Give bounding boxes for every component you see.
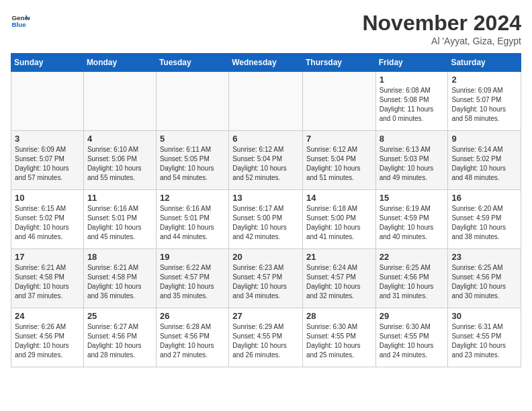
day-number: 25 [87, 311, 152, 321]
day-info: Sunrise: 6:11 AM Sunset: 5:05 PM Dayligh… [160, 145, 225, 183]
calendar-cell: 23Sunrise: 6:25 AM Sunset: 4:56 PM Dayli… [448, 249, 521, 308]
title-area: November 2024 Al 'Ayyat, Giza, Egypt [362, 11, 521, 46]
day-info: Sunrise: 6:22 AM Sunset: 4:57 PM Dayligh… [160, 263, 225, 301]
month-title: November 2024 [362, 11, 521, 36]
day-info: Sunrise: 6:25 AM Sunset: 4:56 PM Dayligh… [451, 263, 517, 301]
day-info: Sunrise: 6:28 AM Sunset: 4:56 PM Dayligh… [160, 322, 225, 360]
day-number: 9 [451, 134, 517, 144]
weekday-header-thursday: Thursday [302, 54, 375, 72]
day-info: Sunrise: 6:24 AM Sunset: 4:57 PM Dayligh… [306, 263, 372, 301]
calendar-week-row: 10Sunrise: 6:15 AM Sunset: 5:02 PM Dayli… [11, 190, 521, 249]
calendar-cell [156, 72, 228, 131]
day-number: 20 [232, 252, 299, 262]
calendar-cell [11, 72, 84, 131]
day-number: 5 [160, 134, 225, 144]
calendar-cell: 17Sunrise: 6:21 AM Sunset: 4:58 PM Dayli… [11, 249, 84, 308]
day-number: 16 [451, 193, 517, 203]
day-info: Sunrise: 6:23 AM Sunset: 4:57 PM Dayligh… [232, 263, 299, 301]
day-info: Sunrise: 6:10 AM Sunset: 5:06 PM Dayligh… [87, 145, 152, 183]
logo: General Blue [11, 11, 30, 30]
weekday-header-tuesday: Tuesday [156, 54, 228, 72]
day-info: Sunrise: 6:29 AM Sunset: 4:55 PM Dayligh… [232, 322, 299, 360]
day-number: 19 [160, 252, 225, 262]
calendar-cell: 13Sunrise: 6:17 AM Sunset: 5:00 PM Dayli… [229, 190, 303, 249]
location: Al 'Ayyat, Giza, Egypt [362, 36, 521, 46]
day-info: Sunrise: 6:27 AM Sunset: 4:56 PM Dayligh… [87, 322, 152, 360]
logo-icon: General Blue [11, 11, 30, 30]
calendar-cell: 30Sunrise: 6:31 AM Sunset: 4:55 PM Dayli… [448, 308, 521, 367]
calendar-cell: 24Sunrise: 6:26 AM Sunset: 4:56 PM Dayli… [11, 308, 84, 367]
weekday-header-sunday: Sunday [11, 54, 84, 72]
page-header: General Blue November 2024 Al 'Ayyat, Gi… [11, 11, 521, 46]
day-number: 13 [232, 193, 299, 203]
day-number: 30 [451, 311, 517, 321]
day-number: 26 [160, 311, 225, 321]
day-info: Sunrise: 6:12 AM Sunset: 5:04 PM Dayligh… [232, 145, 299, 183]
day-number: 28 [306, 311, 372, 321]
calendar-cell: 27Sunrise: 6:29 AM Sunset: 4:55 PM Dayli… [229, 308, 303, 367]
day-number: 11 [87, 193, 152, 203]
calendar-week-row: 3Sunrise: 6:09 AM Sunset: 5:07 PM Daylig… [11, 131, 521, 190]
day-number: 21 [306, 252, 372, 262]
calendar-cell [302, 72, 375, 131]
calendar-cell: 16Sunrise: 6:20 AM Sunset: 4:59 PM Dayli… [448, 190, 521, 249]
day-info: Sunrise: 6:12 AM Sunset: 5:04 PM Dayligh… [306, 145, 372, 183]
day-number: 7 [306, 134, 372, 144]
day-number: 18 [87, 252, 152, 262]
day-info: Sunrise: 6:17 AM Sunset: 5:00 PM Dayligh… [232, 204, 299, 242]
weekday-header-wednesday: Wednesday [229, 54, 303, 72]
day-info: Sunrise: 6:09 AM Sunset: 5:07 PM Dayligh… [451, 86, 517, 124]
svg-text:Blue: Blue [11, 21, 26, 28]
day-number: 14 [306, 193, 372, 203]
calendar-cell: 18Sunrise: 6:21 AM Sunset: 4:58 PM Dayli… [83, 249, 156, 308]
day-info: Sunrise: 6:31 AM Sunset: 4:55 PM Dayligh… [451, 322, 517, 360]
day-info: Sunrise: 6:13 AM Sunset: 5:03 PM Dayligh… [380, 145, 445, 183]
calendar-cell [83, 72, 156, 131]
day-info: Sunrise: 6:08 AM Sunset: 5:08 PM Dayligh… [380, 86, 445, 124]
weekday-header-row: SundayMondayTuesdayWednesdayThursdayFrid… [11, 54, 521, 72]
day-info: Sunrise: 6:09 AM Sunset: 5:07 PM Dayligh… [15, 145, 80, 183]
day-info: Sunrise: 6:21 AM Sunset: 4:58 PM Dayligh… [87, 263, 152, 301]
day-number: 27 [232, 311, 299, 321]
calendar-week-row: 24Sunrise: 6:26 AM Sunset: 4:56 PM Dayli… [11, 308, 521, 367]
day-info: Sunrise: 6:20 AM Sunset: 4:59 PM Dayligh… [451, 204, 517, 242]
calendar-cell: 5Sunrise: 6:11 AM Sunset: 5:05 PM Daylig… [156, 131, 228, 190]
day-number: 3 [15, 134, 80, 144]
calendar-cell: 19Sunrise: 6:22 AM Sunset: 4:57 PM Dayli… [156, 249, 228, 308]
calendar-cell [229, 72, 303, 131]
weekday-header-friday: Friday [375, 54, 448, 72]
day-number: 22 [380, 252, 445, 262]
day-number: 17 [15, 252, 80, 262]
calendar-cell: 15Sunrise: 6:19 AM Sunset: 4:59 PM Dayli… [375, 190, 448, 249]
calendar-week-row: 1Sunrise: 6:08 AM Sunset: 5:08 PM Daylig… [11, 72, 521, 131]
calendar-cell: 20Sunrise: 6:23 AM Sunset: 4:57 PM Dayli… [229, 249, 303, 308]
day-number: 23 [451, 252, 517, 262]
day-number: 10 [15, 193, 80, 203]
day-info: Sunrise: 6:21 AM Sunset: 4:58 PM Dayligh… [15, 263, 80, 301]
calendar-cell: 28Sunrise: 6:30 AM Sunset: 4:55 PM Dayli… [302, 308, 375, 367]
calendar-week-row: 17Sunrise: 6:21 AM Sunset: 4:58 PM Dayli… [11, 249, 521, 308]
day-number: 8 [380, 134, 445, 144]
day-info: Sunrise: 6:15 AM Sunset: 5:02 PM Dayligh… [15, 204, 80, 242]
day-number: 12 [160, 193, 225, 203]
calendar-cell: 8Sunrise: 6:13 AM Sunset: 5:03 PM Daylig… [375, 131, 448, 190]
day-info: Sunrise: 6:16 AM Sunset: 5:01 PM Dayligh… [87, 204, 152, 242]
day-number: 6 [232, 134, 299, 144]
calendar-cell: 3Sunrise: 6:09 AM Sunset: 5:07 PM Daylig… [11, 131, 84, 190]
calendar-cell: 7Sunrise: 6:12 AM Sunset: 5:04 PM Daylig… [302, 131, 375, 190]
calendar-cell: 14Sunrise: 6:18 AM Sunset: 5:00 PM Dayli… [302, 190, 375, 249]
day-info: Sunrise: 6:19 AM Sunset: 4:59 PM Dayligh… [380, 204, 445, 242]
calendar-cell: 25Sunrise: 6:27 AM Sunset: 4:56 PM Dayli… [83, 308, 156, 367]
calendar-cell: 2Sunrise: 6:09 AM Sunset: 5:07 PM Daylig… [448, 72, 521, 131]
day-info: Sunrise: 6:30 AM Sunset: 4:55 PM Dayligh… [306, 322, 372, 360]
day-info: Sunrise: 6:25 AM Sunset: 4:56 PM Dayligh… [380, 263, 445, 301]
calendar-cell: 12Sunrise: 6:16 AM Sunset: 5:01 PM Dayli… [156, 190, 228, 249]
day-number: 29 [380, 311, 445, 321]
calendar-cell: 26Sunrise: 6:28 AM Sunset: 4:56 PM Dayli… [156, 308, 228, 367]
calendar-cell: 22Sunrise: 6:25 AM Sunset: 4:56 PM Dayli… [375, 249, 448, 308]
day-number: 4 [87, 134, 152, 144]
day-number: 1 [380, 75, 445, 85]
day-info: Sunrise: 6:18 AM Sunset: 5:00 PM Dayligh… [306, 204, 372, 242]
weekday-header-monday: Monday [83, 54, 156, 72]
weekday-header-saturday: Saturday [448, 54, 521, 72]
